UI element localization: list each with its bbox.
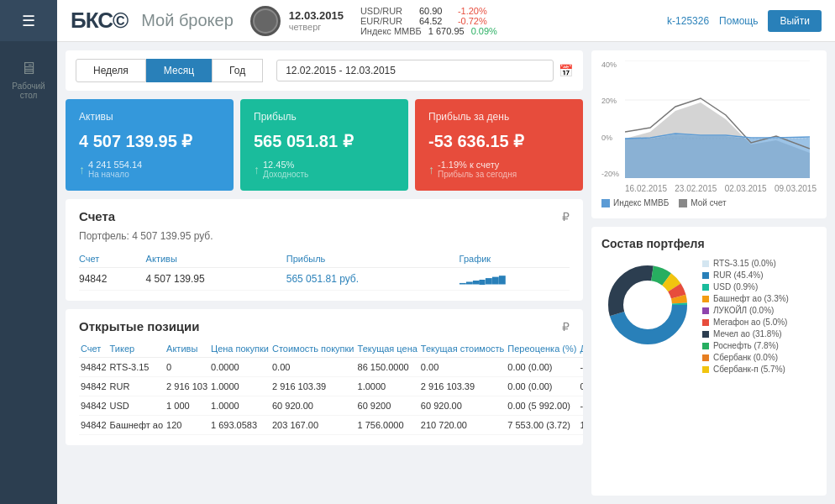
pos-cell-assets: 0 [165, 358, 209, 377]
positions-ruble-icon: ₽ [562, 320, 570, 333]
logout-button[interactable]: Выйти [768, 10, 822, 32]
rate-label-eur: EUR/RUR [360, 16, 412, 26]
accounts-title: Счета [79, 209, 115, 223]
pos-col-buy-cost: Стоимость покупки [270, 340, 356, 358]
stat-card-day-profit: Прибыль за день -53 636.15 ₽ ↑ -1.19% к … [415, 99, 583, 191]
chart-wrap: 40% 20% 0% -20% [601, 60, 817, 193]
pos-cell-cur-price: 1 756.0000 [356, 416, 419, 435]
card-sub-profit: ↑ 12.45% Доходность [254, 160, 395, 179]
rate-label-usd: USD/RUR [360, 6, 412, 16]
date-day: четверг [289, 22, 344, 32]
period-btn-month[interactable]: Месяц [146, 59, 212, 82]
portfolio-content: RTS-3.15 (0.0%) RUR (45.4%) USD (0.9%) Б… [601, 259, 817, 374]
legend-label: Сбербанк (0.0%) [713, 353, 778, 362]
sidebar-item-label: Рабочий стол [3, 81, 54, 100]
clock-icon [250, 6, 281, 36]
legend-color-dot [702, 307, 709, 314]
positions-section: Открытые позиции ₽ Счет Тикер Активы Цен… [66, 309, 583, 445]
legend-color-dot [702, 343, 709, 349]
pos-cell-reeval: 0.00 (0.00) [506, 358, 578, 377]
user-link[interactable]: k-125326 [667, 15, 709, 27]
rate-change-eur: -0.72% [458, 16, 487, 26]
legend-row: USD (0.9%) [702, 282, 789, 291]
legend-row: Роснефть (7.8%) [702, 341, 789, 350]
portfolio-legend-list: RTS-3.15 (0.0%) RUR (45.4%) USD (0.9%) Б… [702, 259, 789, 374]
accounts-table: Счет Активы Прибыль График 94842 4 507 1… [79, 250, 570, 291]
up-arrow-assets: ↑ [79, 163, 85, 176]
x-label-1: 23.02.2015 [675, 184, 717, 193]
portfolio-section: Состав портфеля [591, 227, 827, 496]
sidebar-item-desktop[interactable]: 🖥 Рабочий стол [0, 49, 57, 110]
legend-row: Сбербанк-п (5.7%) [702, 365, 789, 374]
help-link[interactable]: Помощь [719, 15, 758, 27]
pos-col-day-profit: Дн. прибыль (%) [578, 340, 583, 358]
legend-item-mmvb: Индекс ММВБ [601, 198, 669, 207]
legend-label: RUR (45.4%) [713, 270, 763, 280]
col-header-account: Счет [79, 250, 146, 268]
rate-change-mmvb: 0.09% [471, 26, 497, 36]
pos-cell-ticker: USD [108, 396, 165, 416]
legend-color-dot [702, 272, 709, 279]
pos-cell-buy-price: 0.0000 [209, 358, 270, 377]
legend-label-mmvb: Индекс ММВБ [613, 198, 669, 207]
legend-row: Мечел ао (31.8%) [702, 329, 789, 339]
legend-row: Башнефт ао (3.3%) [702, 294, 789, 303]
header: БКС© Мой брокер 12.03.2015 четверг USD/R… [57, 0, 835, 42]
table-row: 94842 RTS-3.15 0 0.0000 0.00 86 150.0000… [79, 358, 583, 377]
rate-row-mmvb: Индекс ММВБ 1 670.95 0.09% [360, 26, 497, 36]
pos-col-reeval: Переоценка (%) [506, 340, 578, 358]
card-sub-label-assets: На начало [88, 170, 142, 179]
main-content: БКС© Мой брокер 12.03.2015 четверг USD/R… [57, 0, 835, 504]
donut-container [601, 259, 694, 351]
table-row: 94842 4 507 139.95 565 051.81 руб. ▁▂▃▄▅… [79, 268, 570, 291]
period-btn-year[interactable]: Год [212, 59, 263, 82]
card-sub-assets: ↑ 4 241 554.14 На начало [79, 160, 220, 179]
legend-label: Роснефть (7.8%) [713, 341, 779, 350]
pos-col-ticker: Тикер [108, 340, 165, 358]
card-title-profit: Прибыль [254, 111, 395, 123]
col-header-profit: Прибыль [286, 250, 460, 268]
profit-link[interactable]: 565 051.81 руб. [286, 273, 359, 285]
rate-row-usd: USD/RUR 60.90 -1.20% [360, 6, 497, 16]
stat-card-assets: Активы 4 507 139.95 ₽ ↑ 4 241 554.14 На … [66, 99, 234, 191]
pos-cell-reeval: 0.00 (0.00) [506, 377, 578, 396]
table-row: 94842 USD 1 000 1.0000 60 920.00 60 9200… [79, 396, 583, 416]
pos-col-buy-price: Цена покупки [209, 340, 270, 358]
menu-button[interactable]: ☰ [0, 0, 57, 42]
date-range-input[interactable] [276, 60, 554, 81]
pos-col-assets: Активы [165, 340, 209, 358]
stats-row: Активы 4 507 139.95 ₽ ↑ 4 241 554.14 На … [66, 99, 583, 191]
cell-profit: 565 051.81 руб. [286, 268, 460, 291]
legend-color-dot [702, 260, 709, 267]
legend-label-myaccount: Мой счет [691, 198, 726, 207]
card-sub-value-day-profit: -1.19% к счету [438, 160, 517, 170]
svg-marker-5 [625, 134, 810, 178]
legend-label: Мегафон ао (5.0%) [713, 318, 787, 327]
legend-row: Мегафон ао (5.0%) [702, 318, 789, 327]
pos-cell-cur-cost: 0.00 [419, 358, 506, 377]
pos-cell-account: 94842 [79, 377, 108, 396]
right-panel: 40% 20% 0% -20% [591, 50, 827, 496]
stat-card-profit: Прибыль 565 051.81 ₽ ↑ 12.45% Доходность [240, 99, 408, 191]
accounts-table-header-row: Счет Активы Прибыль График [79, 250, 570, 268]
legend-label: Сбербанк-п (5.7%) [713, 365, 785, 374]
legend-dot-mmvb [601, 199, 610, 207]
hamburger-icon: ☰ [22, 12, 35, 30]
pos-cell-cur-price: 60 9200 [356, 396, 419, 416]
legend-row: Сбербанк (0.0%) [702, 353, 789, 362]
positions-title: Открытые позиции [79, 319, 200, 333]
y-label-neg20: -20% [601, 170, 619, 178]
pos-cell-account: 94842 [79, 416, 108, 435]
pos-cell-assets: 120 [165, 416, 209, 435]
legend-color-dot [702, 284, 709, 291]
period-btn-week[interactable]: Неделя [76, 59, 146, 82]
positions-table: Счет Тикер Активы Цена покупки Стоимость… [79, 340, 583, 435]
legend-label: USD (0.9%) [713, 282, 758, 291]
donut-svg [601, 259, 694, 351]
logo: БКС© [71, 8, 128, 34]
calendar-icon[interactable]: 📅 [559, 64, 573, 77]
cell-chart: ▁▂▃▄▅▆▇ [460, 268, 570, 291]
cell-assets: 4 507 139.95 [146, 268, 286, 291]
pos-col-account: Счет [79, 340, 108, 358]
pos-cell-cur-cost: 210 720.00 [419, 416, 506, 435]
